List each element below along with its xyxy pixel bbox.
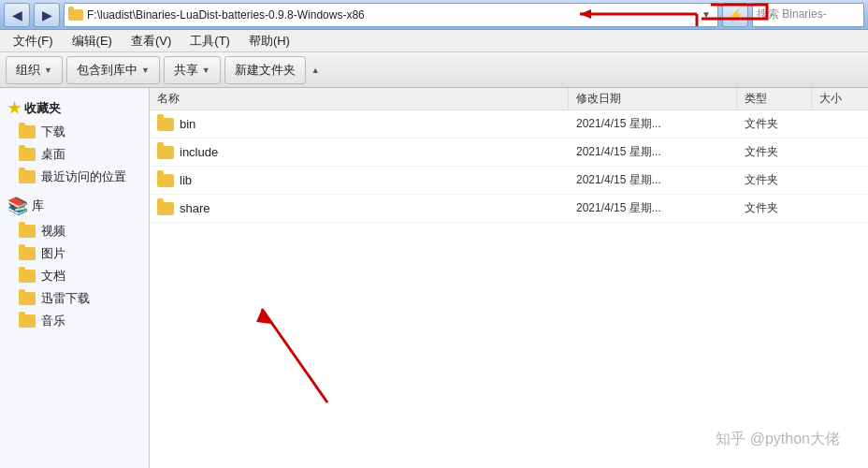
file-type-include: 文件夹 [737,144,812,160]
folder-lib-icon [157,174,174,187]
sidebar: ★ 收藏夹 下载 桌面 最近访问的位置 📚 库 视频 [0,88,150,468]
favorites-header[interactable]: ★ 收藏夹 [0,95,149,121]
menu-view[interactable]: 查看(V) [122,31,181,51]
share-dropdown-icon: ▼ [202,66,210,75]
file-type-share: 文件夹 [737,200,812,216]
title-bar: ◀ ▶ F:\luadist\Binaries-LuaDist-batterie… [0,0,868,30]
file-header: 名称 修改日期 类型 大小 [150,88,868,110]
menu-help[interactable]: 帮助(H) [239,31,299,51]
menu-file[interactable]: 文件(F) [4,31,63,51]
folder-download-icon [19,125,36,139]
menu-tools[interactable]: 工具(T) [181,31,239,51]
file-type-lib: 文件夹 [737,172,812,188]
col-size[interactable]: 大小 [812,88,868,110]
table-row[interactable]: bin 2021/4/15 星期... 文件夹 [150,110,868,139]
sort-indicator: ▲ [311,66,320,75]
sidebar-item-recent[interactable]: 最近访问的位置 [0,166,149,188]
file-date-include: 2021/4/15 星期... [569,144,737,160]
folder-include-icon [157,146,174,159]
file-date-bin: 2021/4/15 星期... [569,116,737,132]
refresh-button[interactable]: ⚡ [722,3,748,27]
file-date-share: 2021/4/15 星期... [569,200,737,216]
library-group: 📚 库 视频 图片 文档 迅雷下载 音乐 [0,192,149,332]
new-folder-button[interactable]: 新建文件夹 [224,56,306,84]
sidebar-item-documents[interactable]: 文档 [0,265,149,287]
address-folder-icon [68,9,83,21]
sidebar-item-desktop[interactable]: 桌面 [0,143,149,166]
include-library-button[interactable]: 包含到库中 ▼ [66,56,160,84]
organize-button[interactable]: 组织 ▼ [6,56,63,84]
address-bar[interactable]: F:\luadist\Binaries-LuaDist-batteries-0.… [64,3,718,27]
folder-share-icon [157,202,174,215]
file-area: 名称 修改日期 类型 大小 bin 2021/4/15 星期... 文件夹 [150,88,868,468]
table-row[interactable]: share 2021/4/15 星期... 文件夹 [150,195,868,223]
file-list: bin 2021/4/15 星期... 文件夹 include 2021/4/1… [150,110,868,468]
sidebar-item-thunder[interactable]: 迅雷下载 [0,287,149,310]
file-type-bin: 文件夹 [737,116,812,132]
library-icon: 📚 [7,196,28,216]
folder-video-icon [19,225,36,238]
main-area: ★ 收藏夹 下载 桌面 最近访问的位置 📚 库 视频 [0,88,868,468]
file-name-include: include [150,145,569,159]
folder-desktop-icon [19,148,36,161]
star-icon: ★ [7,99,21,117]
organize-dropdown-icon: ▼ [44,66,52,75]
toolbar: 组织 ▼ 包含到库中 ▼ 共享 ▼ 新建文件夹 ▲ [0,52,868,88]
share-button[interactable]: 共享 ▼ [164,56,221,84]
file-name-bin: bin [150,117,569,131]
favorites-group: ★ 收藏夹 下载 桌面 最近访问的位置 [0,95,149,188]
col-type[interactable]: 类型 [737,88,812,110]
file-name-lib: lib [150,173,569,187]
folder-recent-icon [19,170,36,183]
address-dropdown-icon[interactable]: ▼ [699,4,714,26]
forward-button[interactable]: ▶ [34,3,60,27]
file-date-lib: 2021/4/15 星期... [569,172,737,188]
folder-thunder-icon [19,292,36,305]
include-library-dropdown-icon: ▼ [141,66,150,75]
col-name[interactable]: 名称 [150,88,569,110]
folder-bin-icon [157,118,174,131]
table-row[interactable]: lib 2021/4/15 星期... 文件夹 [150,167,868,195]
search-placeholder: 搜索 Binaries- [757,7,827,22]
library-header[interactable]: 📚 库 [0,192,149,220]
sidebar-item-pictures[interactable]: 图片 [0,242,149,265]
folder-pictures-icon [19,247,36,260]
search-bar[interactable]: 搜索 Binaries- [752,3,864,27]
back-button[interactable]: ◀ [4,3,30,27]
sidebar-item-download[interactable]: 下载 [0,121,149,143]
sidebar-item-music[interactable]: 音乐 [0,310,149,332]
col-date[interactable]: 修改日期 [569,88,737,110]
sidebar-item-video[interactable]: 视频 [0,220,149,242]
file-name-share: share [150,201,569,215]
folder-music-icon [19,314,36,328]
menu-edit[interactable]: 编辑(E) [63,31,122,51]
address-text: F:\luadist\Binaries-LuaDist-batteries-0.… [87,8,695,22]
menu-bar: 文件(F) 编辑(E) 查看(V) 工具(T) 帮助(H) [0,30,868,52]
table-row[interactable]: include 2021/4/15 星期... 文件夹 [150,139,868,167]
folder-documents-icon [19,270,36,283]
